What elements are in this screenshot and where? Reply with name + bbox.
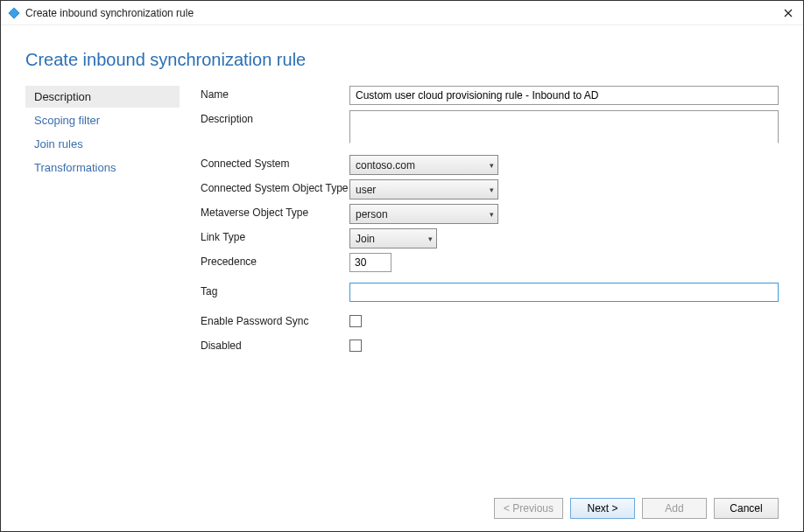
precedence-input[interactable] [349,253,391,272]
description-label: Description [201,110,349,125]
svg-marker-0 [9,7,19,18]
titlebar: Create inbound synchronization rule [1,1,803,25]
metaverse-object-type-label: Metaverse Object Type [201,204,349,219]
page-title: Create inbound synchronization rule [25,50,779,70]
sidebar-item-label: Scoping filter [34,114,100,127]
enable-password-sync-checkbox[interactable] [349,315,362,327]
name-input[interactable] [349,86,779,105]
chevron-down-icon: ▾ [490,210,494,219]
sidebar-item-label: Transformations [34,161,116,174]
tag-input[interactable] [349,283,779,302]
name-label: Name [201,86,349,101]
disabled-checkbox[interactable] [349,340,362,352]
previous-button: < Previous [494,498,563,519]
disabled-label: Disabled [201,337,349,352]
connected-system-object-type-select[interactable]: user ▾ [349,179,498,200]
sidebar-item-description[interactable]: Description [25,86,180,108]
tag-label: Tag [201,283,349,298]
chevron-down-icon: ▾ [490,161,494,170]
connected-system-object-type-label: Connected System Object Type [201,179,349,194]
select-value: person [356,208,388,220]
chevron-down-icon: ▾ [428,234,433,243]
link-type-select[interactable]: Join ▾ [349,228,437,248]
chevron-down-icon: ▾ [490,186,494,194]
sidebar-item-transformations[interactable]: Transformations [25,157,180,178]
sidebar-item-label: Description [34,90,91,103]
link-type-label: Link Type [201,228,349,243]
window-title: Create inbound synchronization rule [25,7,780,19]
description-input[interactable] [349,110,779,144]
connected-system-select[interactable]: contoso.com ▾ [349,155,498,175]
select-value: contoso.com [356,159,415,172]
enable-password-sync-label: Enable Password Sync [201,312,349,327]
add-button: Add [642,498,707,519]
sidebar-item-join-rules[interactable]: Join rules [25,133,180,155]
sidebar-item-label: Join rules [34,137,83,150]
sidebar-item-scoping-filter[interactable]: Scoping filter [25,109,180,131]
close-button[interactable] [780,5,796,21]
connected-system-label: Connected System [201,155,349,170]
form: Name Description Connected System contos… [201,86,779,489]
footer: < Previous Next > Add Cancel [25,489,779,531]
select-value: Join [356,233,375,245]
select-value: user [356,184,376,196]
metaverse-object-type-select[interactable]: person ▾ [349,204,498,224]
cancel-button[interactable]: Cancel [714,498,779,519]
sidebar: Description Scoping filter Join rules Tr… [25,86,180,489]
next-button[interactable]: Next > [570,498,635,519]
precedence-label: Precedence [201,253,349,268]
app-icon [8,7,20,19]
